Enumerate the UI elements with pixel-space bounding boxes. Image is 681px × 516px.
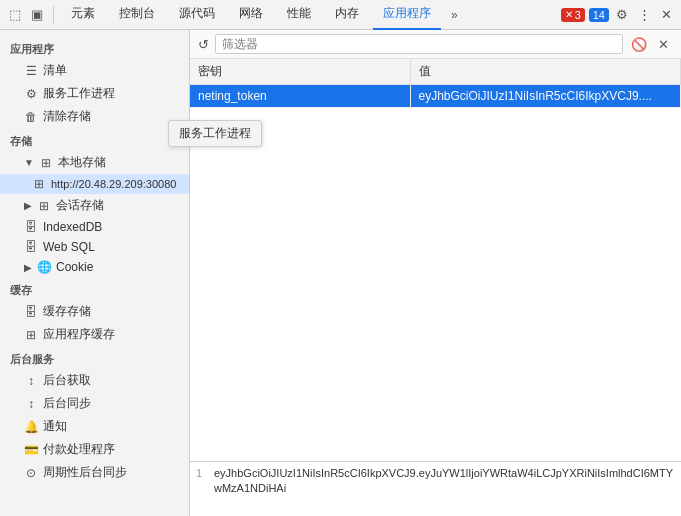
sidebar-item-label: 清单 <box>43 62 67 79</box>
sidebar-item-periodic-sync[interactable]: ⊙ 周期性后台同步 <box>0 461 189 484</box>
tooltip: 服务工作进程 <box>168 120 262 147</box>
session-storage-icon: ⊞ <box>37 199 51 213</box>
service-worker-icon: ⚙ <box>24 87 38 101</box>
sidebar-item-local-storage[interactable]: ▼ ⊞ 本地存储 <box>0 151 189 174</box>
backend-section-title: 后台服务 <box>0 346 189 369</box>
table-header-row: 密钥 值 <box>190 59 681 85</box>
tab-console[interactable]: 控制台 <box>109 0 165 30</box>
sidebar-item-label: 清除存储 <box>43 108 91 125</box>
more-options-icon[interactable]: ⋮ <box>635 6 653 24</box>
cache-section-title: 缓存 <box>0 277 189 300</box>
inspect-icon[interactable]: ⬚ <box>6 6 24 24</box>
filter-input-wrap <box>215 34 623 54</box>
value-display: eyJhbGciOiJIUzI1NiIsInR5cCI6IkpXVCJ9.eyJ… <box>214 466 675 497</box>
table-cell-key: neting_token <box>190 85 410 108</box>
sidebar: 应用程序 ☰ 清单 ⚙ 服务工作进程 🗑 清除存储 存储 ▼ ⊞ 本地存储 ⊞ <box>0 30 190 516</box>
col-header-key: 密钥 <box>190 59 410 85</box>
notifications-icon: 🔔 <box>24 420 38 434</box>
sidebar-item-label: 会话存储 <box>56 197 104 214</box>
manifest-icon: ☰ <box>24 64 38 78</box>
col-header-value: 值 <box>410 59 681 85</box>
filter-input[interactable] <box>222 37 616 51</box>
sidebar-item-label: 服务工作进程 <box>43 85 115 102</box>
sidebar-item-label: 付款处理程序 <box>43 441 115 458</box>
tab-more-button[interactable]: » <box>445 8 464 22</box>
tab-sources[interactable]: 源代码 <box>169 0 225 30</box>
refresh-button[interactable]: ↺ <box>198 37 209 52</box>
sidebar-item-notifications[interactable]: 🔔 通知 <box>0 415 189 438</box>
sidebar-item-label: 缓存存储 <box>43 303 91 320</box>
error-count: 3 <box>575 9 581 21</box>
sidebar-item-indexed-db[interactable]: 🗄 IndexedDB <box>0 217 189 237</box>
tab-application[interactable]: 应用程序 <box>373 0 441 30</box>
warning-badge[interactable]: 14 <box>589 8 609 22</box>
sidebar-item-label: 周期性后台同步 <box>43 464 127 481</box>
sidebar-item-web-sql[interactable]: 🗄 Web SQL <box>0 237 189 257</box>
sidebar-item-label: http://20.48.29.209:30080 <box>51 178 176 190</box>
tooltip-text: 服务工作进程 <box>179 126 251 140</box>
local-storage-icon: ⊞ <box>39 156 53 170</box>
sidebar-item-label: 应用程序缓存 <box>43 326 115 343</box>
close-icon[interactable]: ✕ <box>657 6 675 24</box>
sidebar-item-payment[interactable]: 💳 付款处理程序 <box>0 438 189 461</box>
cache-storage-icon: 🗄 <box>24 305 38 319</box>
error-badge[interactable]: ✕ 3 <box>561 8 585 22</box>
sidebar-item-label: 通知 <box>43 418 67 435</box>
main-layout: 应用程序 ☰ 清单 ⚙ 服务工作进程 🗑 清除存储 存储 ▼ ⊞ 本地存储 ⊞ <box>0 30 681 516</box>
data-table-area: 密钥 值 neting_token eyJhbGciOiJIUzI1NiIsIn… <box>190 59 681 461</box>
block-button[interactable]: 🚫 <box>629 34 649 54</box>
sidebar-item-backend-fetch[interactable]: ↕ 后台获取 <box>0 369 189 392</box>
sidebar-item-cookie[interactable]: ▶ 🌐 Cookie <box>0 257 189 277</box>
sidebar-item-label: 后台同步 <box>43 395 91 412</box>
filter-bar: ↺ 🚫 ✕ <box>190 30 681 59</box>
filter-actions: 🚫 ✕ <box>629 34 673 54</box>
expand-arrow-icon: ▶ <box>24 262 32 273</box>
sidebar-item-manifest[interactable]: ☰ 清单 <box>0 59 189 82</box>
sidebar-item-clear-storage[interactable]: 🗑 清除存储 <box>0 105 189 128</box>
sidebar-item-label: Web SQL <box>43 240 95 254</box>
sync-icon: ↕ <box>24 397 38 411</box>
web-sql-icon: 🗄 <box>24 240 38 254</box>
bottom-value-panel: 1 eyJhbGciOiJIUzI1NiIsInR5cCI6IkpXVCJ9.e… <box>190 461 681 516</box>
sidebar-item-session-storage[interactable]: ▶ ⊞ 会话存储 <box>0 194 189 217</box>
url-icon: ⊞ <box>32 177 46 191</box>
periodic-sync-icon: ⊙ <box>24 466 38 480</box>
line-number: 1 <box>196 466 208 479</box>
warning-count: 14 <box>593 9 605 21</box>
clear-filter-button[interactable]: ✕ <box>653 34 673 54</box>
data-table: 密钥 值 neting_token eyJhbGciOiJIUzI1NiIsIn… <box>190 59 681 108</box>
expand-arrow-icon: ▶ <box>24 200 32 211</box>
sidebar-item-local-storage-url[interactable]: ⊞ http://20.48.29.209:30080 <box>0 174 189 194</box>
top-toolbar: ⬚ ▣ 元素 控制台 源代码 网络 性能 内存 应用程序 » ✕ 3 <box>0 0 681 30</box>
tab-performance[interactable]: 性能 <box>277 0 321 30</box>
error-icon: ✕ <box>565 9 573 20</box>
payment-icon: 💳 <box>24 443 38 457</box>
fetch-icon: ↕ <box>24 374 38 388</box>
toolbar-right: ✕ 3 14 ⚙ ⋮ ✕ <box>561 6 675 24</box>
sidebar-item-backend-sync[interactable]: ↕ 后台同步 <box>0 392 189 415</box>
sidebar-item-label: 后台获取 <box>43 372 91 389</box>
sidebar-item-label: Cookie <box>56 260 93 274</box>
cookie-icon: 🌐 <box>37 260 51 274</box>
device-icon[interactable]: ▣ <box>28 6 46 24</box>
sidebar-item-cache-storage[interactable]: 🗄 缓存存储 <box>0 300 189 323</box>
sidebar-item-service-worker[interactable]: ⚙ 服务工作进程 <box>0 82 189 105</box>
tab-elements[interactable]: 元素 <box>61 0 105 30</box>
table-cell-value: eyJhbGciOiJIUzI1NiIsInR5cCI6IkpXVCJ9.... <box>410 85 681 108</box>
tab-memory[interactable]: 内存 <box>325 0 369 30</box>
indexed-db-icon: 🗄 <box>24 220 38 234</box>
expand-arrow-icon: ▼ <box>24 157 34 168</box>
sidebar-item-label: 本地存储 <box>58 154 106 171</box>
settings-icon[interactable]: ⚙ <box>613 6 631 24</box>
tab-network[interactable]: 网络 <box>229 0 273 30</box>
app-cache-icon: ⊞ <box>24 328 38 342</box>
storage-section-title: 存储 <box>0 128 189 151</box>
app-section-title: 应用程序 <box>0 36 189 59</box>
toolbar-separator <box>53 6 54 24</box>
sidebar-item-label: IndexedDB <box>43 220 102 234</box>
sidebar-item-app-cache[interactable]: ⊞ 应用程序缓存 <box>0 323 189 346</box>
clear-storage-icon: 🗑 <box>24 110 38 124</box>
content-area: ↺ 🚫 ✕ 密钥 值 <box>190 30 681 516</box>
table-row[interactable]: neting_token eyJhbGciOiJIUzI1NiIsInR5cCI… <box>190 85 681 108</box>
